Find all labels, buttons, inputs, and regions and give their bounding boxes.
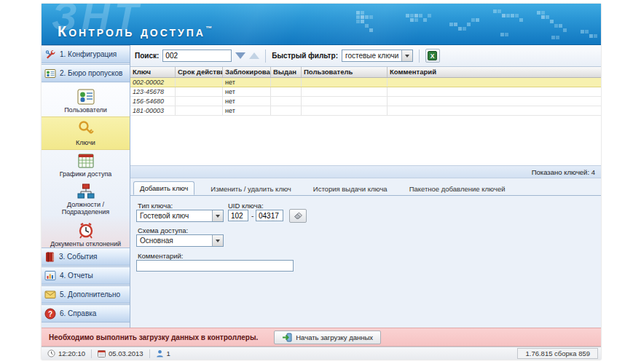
tab-add-key[interactable]: Добавить ключ [133, 181, 194, 195]
cell-key: 123-45678 [130, 87, 176, 96]
status-users: 1 [150, 347, 176, 360]
column-header[interactable]: Выдан [271, 67, 302, 77]
calendar-icon [98, 349, 106, 357]
tab-key-history[interactable]: История выдачи ключа [307, 183, 393, 195]
cell-issued [271, 97, 302, 106]
submenu-item-label: Должности / Подразделения [43, 201, 128, 215]
uid-series-input[interactable] [228, 210, 248, 221]
tab-edit-delete-key[interactable]: Изменить / удалить ключ [205, 183, 297, 195]
uid-number-input[interactable] [256, 210, 283, 221]
key-icon [76, 119, 96, 138]
cell-key: 002-00002 [130, 78, 176, 87]
help-icon: ? [44, 308, 56, 320]
sidebar-item-label: 1. Конфигурация [60, 50, 117, 58]
status-date-value: 05.03.2013 [109, 349, 143, 357]
comment-label: Комментарий: [138, 252, 183, 260]
sidebar-item-configuration[interactable]: 1. Конфигурация [42, 45, 130, 63]
search-label: Поиск: [135, 52, 159, 60]
status-users-value: 1 [167, 349, 170, 357]
sidebar-item-events[interactable]: 3. События [42, 248, 130, 266]
start-upload-button[interactable]: Начать загрузку данных [274, 331, 381, 344]
app-header: ЗНТ Контроль доступа™ [42, 4, 601, 45]
sidebar-item-pass-office[interactable]: 2. Бюро пропусков [42, 64, 130, 82]
status-time: 12:20:10 [42, 347, 91, 360]
table-row[interactable]: 123-45678 нет [130, 87, 601, 97]
status-bar: 12:20:10 05.03.2013 1 1.76.815 сборка 85… [42, 347, 601, 360]
submenu-item-deviation-documents[interactable]: Документы отклонений [42, 218, 130, 250]
sidebar-item-label: 6. Справка [60, 309, 96, 317]
sidebar-item-help[interactable]: ? 6. Справка [42, 304, 130, 323]
key-type-select[interactable]: Гостевой ключ [136, 210, 224, 222]
quick-filter-value: гостевые ключи [342, 52, 401, 60]
cell-key: 156-54680 [130, 97, 176, 106]
submenu-item-access-schedules[interactable]: Графики доступа [42, 150, 130, 181]
column-header[interactable]: Ключ [130, 67, 176, 77]
cell-blocked: нет [223, 97, 271, 106]
search-input[interactable] [162, 50, 232, 62]
app-title: Контроль доступа™ [58, 23, 212, 40]
submenu-item-users[interactable]: Пользователи [42, 86, 130, 116]
cell-user [302, 106, 388, 115]
key-type-label: Тип ключа: [138, 202, 173, 210]
alarm-clock-icon [76, 221, 95, 240]
column-header[interactable]: Комментарий [388, 67, 601, 77]
cell-term [176, 97, 223, 106]
keys-count-text: Показано ключей: 4 [532, 168, 595, 176]
cell-comment [388, 97, 601, 106]
table-row[interactable]: 181-00003 нет [130, 106, 601, 116]
app-title-text: Контроль доступа [58, 23, 205, 39]
keys-count-summary: Показано ключей: 4 [130, 165, 601, 178]
quick-filter-select[interactable]: гостевые ключи [342, 50, 413, 62]
access-scheme-label: Схема доступа: [138, 226, 188, 234]
clear-uid-button[interactable] [289, 209, 307, 223]
cell-comment [388, 87, 601, 96]
cell-user [302, 97, 388, 106]
envelope-icon [44, 290, 56, 299]
header-pixel-decoration [42, 4, 45, 7]
pass-office-submenu: Пользователи Ключи Г [42, 83, 130, 248]
toolbar-separator [265, 50, 266, 63]
search-next-icon[interactable] [235, 52, 245, 59]
trademark-symbol: ™ [205, 25, 212, 32]
sidebar-item-label: 2. Бюро пропусков [60, 69, 122, 77]
svg-text:?: ? [48, 309, 52, 317]
logo-watermark: ЗНТ [52, 4, 143, 39]
controller-upload-alert: Необходимо выполнить загрузку данных в к… [42, 328, 601, 347]
submenu-item-positions-departments[interactable]: Должности / Подразделения [42, 181, 130, 218]
column-header[interactable]: Пользователь [302, 67, 388, 77]
submenu-item-keys[interactable]: Ключи [42, 116, 130, 150]
key-editor-panel: Добавить ключ Изменить / удалить ключ Ис… [130, 178, 601, 328]
users-card-icon [76, 88, 95, 106]
cell-user [302, 78, 388, 87]
table-row[interactable]: 156-54680 нет [130, 97, 601, 106]
sidebar: 1. Конфигурация 2. Бюро пропусков [42, 45, 130, 328]
keys-toolbar: Поиск: Быстрый фильтр: гостевые ключи X [130, 45, 601, 67]
cell-blocked: нет [223, 78, 271, 87]
submenu-item-label: Ключи [76, 139, 95, 146]
bar-chart-icon [44, 270, 56, 281]
access-scheme-select[interactable]: Основная [136, 234, 224, 247]
table-row[interactable]: 002-00002 нет [130, 78, 601, 87]
cell-user [302, 87, 388, 96]
column-header[interactable]: Заблокирован [223, 67, 271, 77]
version-badge: 1.76.815 сборка 859 [517, 348, 598, 359]
app-window: ЗНТ Контроль доступа™ 1. Конфигурация [42, 4, 601, 360]
export-excel-button[interactable]: X [425, 49, 440, 63]
comment-input[interactable] [136, 260, 294, 272]
sidebar-item-additional[interactable]: 5. Дополнительно [42, 285, 130, 304]
sidebar-item-label: 5. Дополнительно [60, 290, 120, 298]
cell-term [176, 78, 223, 87]
search-prev-icon[interactable] [249, 52, 259, 59]
alert-message: Необходимо выполнить загрузку данных в к… [49, 333, 258, 341]
excel-icon: X [428, 51, 437, 60]
submenu-item-label: Графики доступа [60, 170, 112, 178]
tab-batch-add-keys[interactable]: Пакетное добавление ключей [404, 183, 511, 195]
svg-text:X: X [430, 52, 435, 60]
eraser-icon [294, 212, 303, 220]
cell-key: 181-00003 [130, 106, 176, 115]
chevron-down-icon [212, 235, 223, 246]
submenu-item-label: Пользователи [64, 106, 107, 114]
sidebar-item-reports[interactable]: 4. Отчеты [42, 266, 130, 285]
clock-icon [47, 349, 55, 357]
column-header[interactable]: Срок действия [176, 67, 223, 77]
